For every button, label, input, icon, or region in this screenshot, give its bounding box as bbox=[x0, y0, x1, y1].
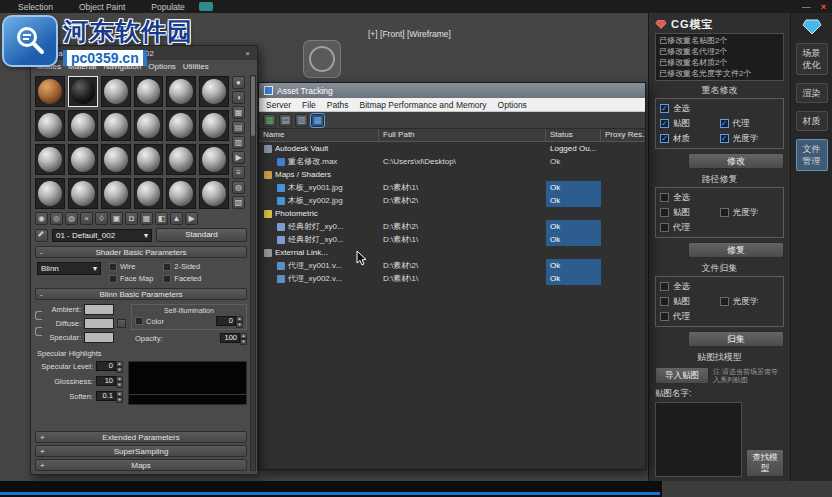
go-to-parent-icon[interactable]: ▲ bbox=[170, 212, 183, 225]
video-color-check-icon[interactable]: ▥ bbox=[232, 136, 245, 149]
checkbox-rename-proxy[interactable]: ✓代理 bbox=[720, 116, 780, 131]
material-slot[interactable] bbox=[199, 76, 229, 107]
get-material-icon[interactable]: ◉ bbox=[35, 212, 48, 225]
2-sided-checkbox[interactable] bbox=[163, 263, 171, 271]
asset-row[interactable]: 木板_xy001.jpgD:\素材\1\Ok bbox=[259, 181, 645, 194]
me-menu-utilities[interactable]: Utilities bbox=[183, 62, 209, 71]
checkbox-path-repair-photometric[interactable]: 光度学 bbox=[720, 205, 780, 220]
face-map-checkbox[interactable] bbox=[109, 275, 117, 283]
material-slot[interactable] bbox=[166, 110, 196, 141]
checkbox-path-repair-map[interactable]: 贴图 bbox=[660, 205, 720, 220]
select-by-material-icon[interactable]: ◍ bbox=[232, 181, 245, 194]
refresh-icon[interactable]: ▦ bbox=[263, 114, 276, 127]
material-slot[interactable] bbox=[101, 76, 131, 107]
sample-uv-tiling-icon[interactable]: ▤ bbox=[232, 121, 245, 134]
minimize-button[interactable]: — bbox=[802, 2, 811, 12]
list-view-icon[interactable]: ▥ bbox=[295, 114, 308, 127]
checkbox-collect-all[interactable]: 全选 bbox=[660, 279, 779, 294]
side-tab-render[interactable]: 渲染 bbox=[796, 83, 828, 103]
specular-level-spinner[interactable]: 0▲▼ bbox=[96, 361, 123, 371]
column-header-full-path[interactable]: Full Path bbox=[379, 129, 546, 141]
checkbox-rename-photometric[interactable]: ✓光度学 bbox=[720, 131, 780, 146]
asset-row[interactable]: 重名修改.maxC:\Users\xl\Desktop\Ok bbox=[259, 155, 645, 168]
material-slot[interactable] bbox=[101, 110, 131, 141]
checkbox-collect-photometric[interactable]: 光度学 bbox=[720, 294, 780, 309]
backlight-icon[interactable]: ◑ bbox=[232, 91, 245, 104]
at-menu-paths[interactable]: Paths bbox=[327, 100, 349, 110]
checkbox-collect-map[interactable]: 贴图 bbox=[660, 294, 720, 309]
asset-row[interactable]: External Link... bbox=[259, 246, 645, 259]
asset-row[interactable]: 代理_xy002.v...D:\素材\1\Ok bbox=[259, 272, 645, 285]
faceted-checkbox[interactable] bbox=[163, 275, 171, 283]
column-header-proxy-resolution[interactable]: Proxy Res... bbox=[601, 129, 645, 141]
glossiness-spinner[interactable]: 10▲▼ bbox=[96, 376, 123, 386]
material-slot[interactable] bbox=[68, 178, 98, 209]
me-menu-material[interactable]: Material bbox=[68, 62, 96, 71]
material-slot[interactable] bbox=[68, 76, 98, 107]
me-menu-options[interactable]: Options bbox=[148, 62, 176, 71]
thumbnail-view-icon[interactable]: ▦ bbox=[311, 114, 324, 127]
checkbox-rename-all[interactable]: ✓全选 bbox=[660, 101, 779, 116]
menu-populate[interactable]: Populate bbox=[151, 2, 185, 12]
diffuse-color-swatch[interactable] bbox=[84, 318, 114, 329]
material-slot[interactable] bbox=[199, 144, 229, 175]
wire-checkbox[interactable] bbox=[109, 263, 117, 271]
material-slot[interactable] bbox=[199, 110, 229, 141]
me-menu-navigation[interactable]: Navigation bbox=[103, 62, 141, 71]
material-slot[interactable] bbox=[68, 144, 98, 175]
material-slot[interactable] bbox=[134, 144, 164, 175]
material-slot[interactable] bbox=[35, 76, 65, 107]
make-material-copy-icon[interactable]: ◊ bbox=[95, 212, 108, 225]
details-view-icon[interactable]: ▤ bbox=[279, 114, 292, 127]
diffuse-map-button[interactable] bbox=[117, 319, 126, 328]
button-rename[interactable]: 修改 bbox=[688, 153, 784, 169]
checkbox-rename-map[interactable]: ✓贴图 bbox=[660, 116, 720, 131]
material-map-navigator-icon[interactable]: ▧ bbox=[232, 196, 245, 209]
options-icon[interactable]: ≡ bbox=[232, 166, 245, 179]
side-tab-scene-optimize[interactable]: 场景优化 bbox=[796, 43, 828, 75]
at-menu-options[interactable]: Options bbox=[498, 100, 527, 110]
map-name-input[interactable] bbox=[655, 402, 742, 477]
material-slot[interactable] bbox=[134, 110, 164, 141]
menu-selection[interactable]: Selection bbox=[18, 2, 53, 12]
put-material-to-scene-icon[interactable]: ◎ bbox=[50, 212, 63, 225]
asset-tracking-titlebar[interactable]: Asset Tracking bbox=[259, 83, 645, 98]
show-end-result-icon[interactable]: ◧ bbox=[155, 212, 168, 225]
material-slot[interactable] bbox=[166, 76, 196, 107]
material-slot[interactable] bbox=[35, 178, 65, 209]
background-icon[interactable]: ▦ bbox=[232, 106, 245, 119]
material-slot[interactable] bbox=[35, 144, 65, 175]
self-illum-color-checkbox[interactable] bbox=[135, 317, 143, 325]
close-icon[interactable]: × bbox=[243, 49, 252, 58]
asset-row[interactable]: Photometric bbox=[259, 207, 645, 220]
side-tab-file-manage[interactable]: 文件管理 bbox=[796, 139, 828, 171]
column-header-name[interactable]: Name bbox=[259, 129, 379, 141]
material-editor-titlebar[interactable]: Material Editor - 01 - Default_002 × bbox=[31, 46, 257, 60]
me-menu-modes[interactable]: Modes bbox=[37, 62, 61, 71]
lock-diffuse-specular-icon[interactable] bbox=[35, 327, 42, 336]
asset-row[interactable]: Maps / Shaders bbox=[259, 168, 645, 181]
rollout-maps[interactable]: +Maps bbox=[35, 459, 247, 471]
asset-row[interactable]: 经典射灯_xy0...D:\素材\2\Ok bbox=[259, 220, 645, 233]
material-slot[interactable] bbox=[134, 76, 164, 107]
material-name-dropdown[interactable]: 01 - Default_002 ▾ bbox=[52, 229, 152, 242]
asset-row[interactable]: 代理_xy001.v...D:\素材\2\Ok bbox=[259, 259, 645, 272]
menu-object-paint[interactable]: Object Paint bbox=[79, 2, 125, 12]
column-header-status[interactable]: Status bbox=[546, 129, 601, 141]
menubar-widget-icon[interactable] bbox=[199, 2, 213, 11]
shader-type-dropdown[interactable]: Blinn ▾ bbox=[37, 262, 101, 275]
at-menu-bitmap-performance[interactable]: Bitmap Performance and Memory bbox=[360, 100, 487, 110]
rollout-supersampling[interactable]: +SuperSampling bbox=[35, 445, 247, 457]
rollout-shader-basic-parameters[interactable]: - Shader Basic Parameters bbox=[35, 246, 247, 258]
opacity-spinner[interactable]: 100 ▲▼ bbox=[220, 333, 247, 343]
specular-color-swatch[interactable] bbox=[84, 332, 114, 343]
material-id-channel-icon[interactable]: ◘ bbox=[125, 212, 138, 225]
asset-row[interactable]: 木板_xy002.jpgD:\素材\2\Ok bbox=[259, 194, 645, 207]
close-button[interactable]: × bbox=[821, 2, 826, 12]
viewport-navigation-gizmo[interactable] bbox=[303, 40, 341, 78]
button-collect[interactable]: 归集 bbox=[688, 331, 784, 347]
reset-map-icon[interactable]: × bbox=[80, 212, 93, 225]
asset-row[interactable]: 经典射灯_xy0...D:\素材\1\Ok bbox=[259, 233, 645, 246]
asset-row[interactable]: Autodesk VaultLogged Ou... bbox=[259, 142, 645, 155]
make-preview-icon[interactable]: ▶ bbox=[232, 151, 245, 164]
